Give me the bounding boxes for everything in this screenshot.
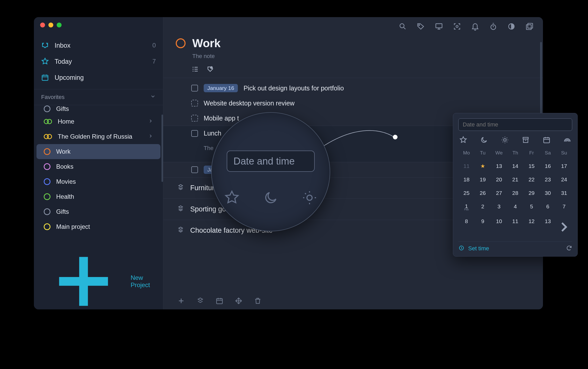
- calendar-day[interactable]: 23: [540, 173, 556, 186]
- calendar-day[interactable]: 2: [475, 200, 491, 215]
- calendar-day[interactable]: 7: [556, 200, 572, 215]
- maximize-window-button[interactable]: [57, 23, 62, 27]
- new-project-label: New Project: [131, 274, 155, 289]
- checkbox-recurring[interactable]: [191, 115, 198, 122]
- calendar-day[interactable]: 20: [491, 173, 507, 186]
- date-chip[interactable]: January 16: [204, 84, 238, 92]
- weekday-label: Su: [556, 147, 572, 159]
- circle-icon: [44, 223, 50, 230]
- calendar-day[interactable]: 28: [507, 186, 524, 200]
- add-task-icon[interactable]: [177, 297, 185, 305]
- calendar-day[interactable]: 31: [556, 186, 572, 200]
- calendar-day[interactable]: 13: [491, 159, 507, 173]
- main-footer: [163, 292, 543, 309]
- star-icon[interactable]: [459, 136, 467, 144]
- search-icon[interactable]: [399, 22, 407, 31]
- calendar-next[interactable]: [556, 215, 572, 239]
- set-time-button[interactable]: Set time: [468, 245, 489, 252]
- theme-icon[interactable]: [507, 22, 516, 31]
- sidebar-upcoming[interactable]: Upcoming: [34, 69, 163, 86]
- move-icon[interactable]: [235, 297, 242, 305]
- sidebar-today-count: 7: [152, 58, 156, 65]
- close-window-button[interactable]: [40, 23, 45, 27]
- sidebar-project-main[interactable]: Main project: [36, 219, 160, 234]
- calendar-day[interactable]: 22: [523, 173, 540, 186]
- calendar-icon[interactable]: [543, 136, 550, 144]
- calendar-icon[interactable]: [216, 297, 223, 305]
- sidebar-scrollbar[interactable]: [161, 115, 163, 182]
- windows-icon[interactable]: [525, 22, 534, 31]
- checkbox[interactable]: [191, 130, 198, 137]
- sidebar-item-label: Health: [56, 193, 74, 200]
- refresh-icon[interactable]: [566, 245, 572, 252]
- minimize-window-button[interactable]: [48, 23, 53, 27]
- calendar-day[interactable]: 27: [491, 186, 507, 200]
- sidebar-item-label: Home: [58, 118, 74, 125]
- trash-icon[interactable]: [254, 297, 262, 305]
- sidebar-project-health[interactable]: Health: [36, 189, 160, 204]
- task-row[interactable]: January 16 Pick out design layouts for p…: [163, 81, 543, 96]
- calendar-day[interactable]: 11: [507, 215, 524, 239]
- sidebar-project-gifts[interactable]: Gifts: [36, 204, 160, 219]
- calendar-day[interactable]: 21: [507, 173, 524, 186]
- calendar-day[interactable]: 24: [556, 173, 572, 186]
- calendar-day[interactable]: 17: [556, 159, 572, 173]
- star-icon: [41, 58, 49, 65]
- calendar-day[interactable]: 1Feb: [458, 200, 475, 215]
- calendar-day[interactable]: ★: [475, 159, 491, 173]
- tag-icon[interactable]: [417, 22, 425, 31]
- calendar-day[interactable]: 15: [523, 159, 540, 173]
- calendar-day[interactable]: 30: [540, 186, 556, 200]
- calendar-day[interactable]: 9: [475, 215, 491, 239]
- svg-rect-12: [217, 299, 223, 304]
- timer-icon[interactable]: [489, 22, 497, 31]
- new-project-button[interactable]: New Project: [34, 234, 163, 309]
- sidebar-today[interactable]: Today 7: [34, 53, 163, 69]
- calendar-day[interactable]: 16: [540, 159, 556, 173]
- calendar-day[interactable]: 8: [458, 215, 475, 239]
- calendar-day[interactable]: 4: [507, 200, 524, 215]
- sidebar-project-work[interactable]: Work: [36, 144, 160, 159]
- moon-icon[interactable]: [480, 136, 488, 144]
- calendar-day[interactable]: 3: [491, 200, 507, 215]
- calendar-day[interactable]: 6: [540, 200, 556, 215]
- calendar-day[interactable]: 19: [475, 173, 491, 186]
- checkbox-recurring[interactable]: [191, 100, 198, 107]
- stack-icon[interactable]: [196, 297, 204, 305]
- display-icon[interactable]: [435, 22, 443, 31]
- archive-icon[interactable]: [522, 136, 530, 144]
- bell-icon[interactable]: [471, 22, 479, 31]
- sun-icon[interactable]: [501, 136, 509, 144]
- task-row[interactable]: Website desktop version review: [163, 96, 543, 111]
- focus-icon[interactable]: [453, 22, 461, 31]
- calendar-day[interactable]: 25: [458, 186, 475, 200]
- sidebar-favorites-header[interactable]: Favorites: [34, 89, 163, 105]
- checkbox[interactable]: [191, 166, 198, 173]
- calendar-day[interactable]: 14: [507, 159, 524, 173]
- moon-icon: [263, 190, 278, 205]
- sidebar-project-movies[interactable]: Movies: [36, 174, 160, 189]
- calendar-day[interactable]: 26: [475, 186, 491, 200]
- checkbox[interactable]: [191, 85, 198, 91]
- date-time-input[interactable]: [458, 118, 572, 131]
- calendar-day[interactable]: 18: [458, 173, 475, 186]
- svg-rect-9: [526, 25, 531, 30]
- circle-icon: [44, 193, 50, 200]
- sidebar-project-golden-ring[interactable]: The Golden Ring of Russia: [36, 129, 160, 144]
- project-note[interactable]: The note: [163, 53, 543, 60]
- calendar-day[interactable]: 13: [540, 215, 556, 239]
- calendar-day[interactable]: 29: [523, 186, 540, 200]
- calendar-day[interactable]: 12: [523, 215, 540, 239]
- list-options: [163, 60, 543, 78]
- rainbow-icon[interactable]: [563, 136, 571, 144]
- sidebar-favorite-gifts[interactable]: Gifts: [36, 105, 160, 112]
- sidebar-project-home[interactable]: Home: [36, 114, 160, 129]
- list-view-icon[interactable]: [191, 65, 199, 73]
- calendar-day[interactable]: 10: [491, 215, 507, 239]
- sidebar-inbox[interactable]: Inbox 0: [34, 37, 163, 53]
- calendar-day[interactable]: 11: [458, 159, 475, 173]
- sidebar-project-books[interactable]: Books: [36, 159, 160, 174]
- project-title: Work: [192, 37, 220, 50]
- filter-tag-icon[interactable]: [206, 65, 214, 73]
- calendar-day[interactable]: 5: [523, 200, 540, 215]
